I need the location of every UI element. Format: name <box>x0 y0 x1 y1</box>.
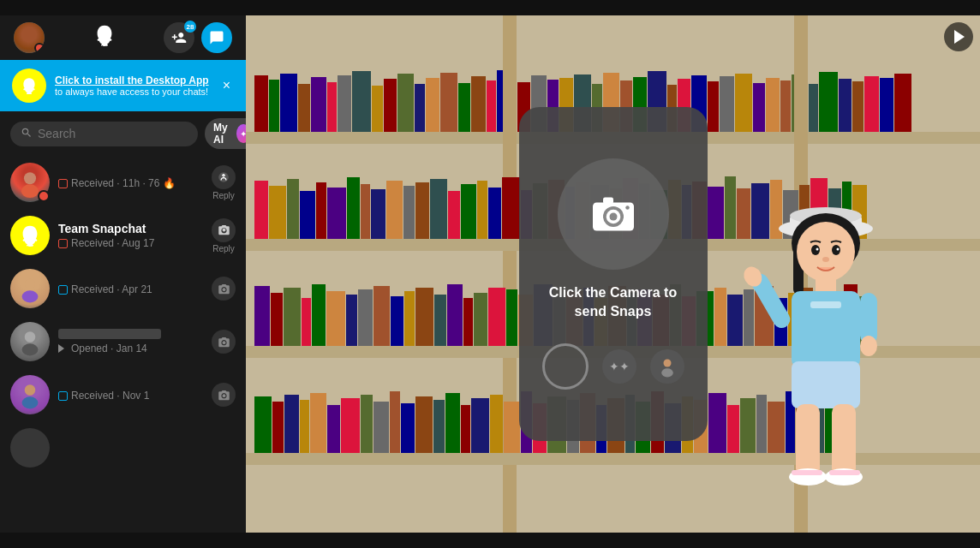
svg-point-4 <box>22 290 39 302</box>
svg-rect-45 <box>792 470 822 475</box>
install-banner: Click to install the Desktop App to alwa… <box>0 60 246 111</box>
avatar-img <box>10 322 50 361</box>
reply-button[interactable]: Reply <box>212 165 236 200</box>
chat-item[interactable]: Received · Apr 21 <box>0 262 246 315</box>
svg-point-1 <box>21 184 39 198</box>
chat-avatar <box>10 375 50 414</box>
chat-info: Opened · Jan 14 <box>58 329 203 354</box>
avatar-notification-dot <box>34 43 45 53</box>
reply-icon <box>212 165 236 189</box>
my-ai-badge[interactable]: My AI ✦ › <box>205 118 246 149</box>
camera-button[interactable] <box>558 158 669 270</box>
person-button[interactable] <box>650 349 684 384</box>
svg-point-28 <box>816 248 819 251</box>
unread-dot <box>38 190 50 202</box>
banner-install-subtitle: to always have access to your chats! <box>55 86 211 97</box>
chat-info: Received · Nov 1 <box>58 388 203 402</box>
svg-point-17 <box>625 206 630 210</box>
chat-status: Received · Aug 17 <box>58 237 203 249</box>
reply-label: Reply <box>212 244 235 253</box>
svg-point-9 <box>25 384 36 396</box>
messages-button[interactable] <box>201 22 232 53</box>
chat-name <box>58 329 161 339</box>
camera-icon-btn[interactable] <box>212 383 236 407</box>
camera-icon-btn[interactable] <box>212 330 236 354</box>
chat-status: Received · Apr 21 <box>58 283 203 295</box>
banner-text: Click to install the Desktop App to alwa… <box>55 74 211 97</box>
play-button[interactable] <box>944 22 973 51</box>
svg-point-6 <box>25 331 36 342</box>
chat-status: Opened · Jan 14 <box>58 342 203 354</box>
svg-point-10 <box>22 396 39 408</box>
status-text: Received · 11h · 76 <box>71 177 159 189</box>
avatar-img <box>10 216 50 255</box>
svg-rect-40 <box>832 404 856 477</box>
camera-icon <box>212 218 236 242</box>
bottom-bar <box>0 533 980 548</box>
svg-point-29 <box>837 248 840 251</box>
svg-point-7 <box>22 343 39 355</box>
svg-point-27 <box>832 245 840 255</box>
main-area: Click the Camera to send Snaps ✦✦ <box>246 15 980 533</box>
stars-button[interactable]: ✦✦ <box>602 349 636 384</box>
status-icon <box>58 285 68 295</box>
sidebar-header: 28 <box>0 15 246 60</box>
chat-avatar <box>10 428 50 468</box>
chat-item[interactable] <box>0 421 246 474</box>
snapchat-logo[interactable] <box>93 23 117 52</box>
stars-icon: ✦✦ <box>609 360 630 373</box>
reply-label: Reply <box>212 191 235 200</box>
user-avatar[interactable] <box>14 22 45 53</box>
svg-point-19 <box>661 369 673 378</box>
svg-point-26 <box>811 245 820 255</box>
svg-point-30 <box>822 257 829 262</box>
capture-button[interactable] <box>542 343 589 390</box>
svg-point-11 <box>222 394 225 397</box>
status-icon <box>58 239 68 248</box>
camera-prompt-text: Click the Camera to send Snaps <box>536 283 690 322</box>
status-icon <box>58 391 68 401</box>
banner-close-button[interactable]: × <box>219 74 234 97</box>
svg-point-8 <box>222 341 225 344</box>
chat-item[interactable]: Opened · Jan 14 <box>0 315 246 368</box>
header-icons: 28 <box>164 22 232 53</box>
chat-list: Received · 11h · 76 🔥 Reply <box>0 156 246 533</box>
chat-avatar <box>10 163 50 202</box>
fire-emoji: 🔥 <box>163 177 176 189</box>
chat-avatar <box>10 269 50 308</box>
reply-button[interactable]: Reply <box>212 218 236 253</box>
svg-point-0 <box>24 172 36 184</box>
phone-overlay: Click the Camera to send Snaps ✦✦ <box>519 107 708 441</box>
chat-avatar <box>10 322 50 361</box>
opened-icon <box>58 344 64 353</box>
svg-point-18 <box>663 360 671 367</box>
chat-avatar <box>10 216 50 255</box>
svg-rect-46 <box>829 470 860 475</box>
chat-item[interactable]: Team Snapchat Received · Aug 17 Reply <box>0 209 246 262</box>
chat-info: Team Snapchat Received · Aug 17 <box>58 222 203 249</box>
add-friend-badge: 28 <box>184 21 196 33</box>
svg-rect-39 <box>796 404 820 477</box>
svg-rect-33 <box>810 301 841 308</box>
avatar-img <box>10 269 50 308</box>
my-ai-avatar: ✦ <box>236 124 246 143</box>
add-friend-button[interactable]: 28 <box>164 22 194 53</box>
svg-point-15 <box>609 212 617 220</box>
bitmoji-character <box>740 182 911 507</box>
chat-item[interactable]: Received · Nov 1 <box>0 368 246 421</box>
svg-point-5 <box>222 288 225 291</box>
top-bar <box>0 0 980 15</box>
search-input-wrap[interactable] <box>10 122 198 146</box>
banner-install-title[interactable]: Click to install the Desktop App <box>55 74 211 86</box>
search-input[interactable] <box>38 127 188 140</box>
chat-status: Received · 11h · 76 🔥 <box>58 177 203 189</box>
chat-item[interactable]: Received · 11h · 76 🔥 Reply <box>0 156 246 209</box>
status-icon <box>58 179 68 188</box>
svg-rect-16 <box>603 197 613 204</box>
chat-info: Received · 11h · 76 🔥 <box>58 176 203 189</box>
camera-icon-btn[interactable] <box>212 277 236 301</box>
svg-point-3 <box>25 278 36 289</box>
avatar-img <box>10 375 50 414</box>
sidebar: 28 <box>0 15 246 533</box>
status-text: Opened · Jan 14 <box>71 342 147 354</box>
